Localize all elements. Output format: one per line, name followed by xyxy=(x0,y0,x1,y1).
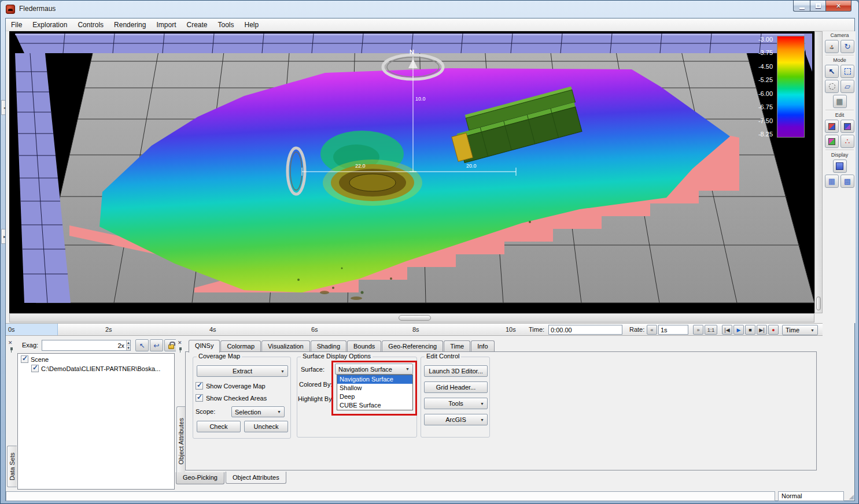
edit-control-group: Edit Control Launch 3D Editor... Grid He… xyxy=(421,357,490,438)
pin-icon[interactable] xyxy=(9,347,14,353)
menu-controls[interactable]: Controls xyxy=(72,19,109,31)
show-checked-areas-row[interactable]: Show Checked Areas xyxy=(196,394,267,402)
tab-geo-referencing[interactable]: Geo-Referencing xyxy=(382,340,443,352)
undo-button[interactable]: ↩ xyxy=(150,339,163,351)
time-input[interactable] xyxy=(548,325,622,335)
maximize-button[interactable] xyxy=(810,1,825,12)
menu-exploration[interactable]: Exploration xyxy=(27,19,72,31)
rewind-button[interactable]: « xyxy=(647,325,657,335)
spin-up-icon[interactable]: ▲ xyxy=(127,340,130,346)
status-mode-select[interactable]: Normal xyxy=(778,491,844,501)
tab-object-attributes[interactable]: Object Attributes xyxy=(226,472,286,484)
mode-section-label: Mode xyxy=(824,57,856,63)
scene-tree[interactable]: Scene C:\DemoData\CLIENT-PARTNER\Boska..… xyxy=(17,353,175,490)
ratio-button[interactable]: 1:1 xyxy=(705,325,717,335)
mode-rect-select-button[interactable] xyxy=(840,65,854,78)
menu-tools[interactable]: Tools xyxy=(213,19,239,31)
menu-create[interactable]: Create xyxy=(181,19,212,31)
show-coverage-map-checkbox[interactable] xyxy=(196,382,203,390)
camera-pan-button[interactable]: ↔↕▪ xyxy=(825,40,839,53)
fast-forward-button[interactable]: » xyxy=(693,325,703,335)
timeline-bar[interactable]: 0s 2s 4s 6s 8s 10s Time: Rate: « » 1:1 |… xyxy=(6,323,823,336)
pin-icon[interactable] xyxy=(178,347,183,353)
scope-select[interactable]: Selection ▼ xyxy=(231,406,285,417)
blue-cube-icon xyxy=(836,162,843,170)
tab-time[interactable]: Time xyxy=(444,340,470,352)
tree-item-scene[interactable]: Scene xyxy=(18,354,174,363)
scene-checkbox[interactable] xyxy=(21,355,28,363)
window-title: Fledermaus xyxy=(19,5,56,13)
dropdown-option-deep[interactable]: Deep xyxy=(337,392,412,401)
dropdown-option-cube-surface[interactable]: CUBE Surface xyxy=(337,401,412,410)
menu-rendering[interactable]: Rendering xyxy=(109,19,151,31)
dropdown-option-shallow[interactable]: Shallow xyxy=(337,384,412,392)
skip-to-start-button[interactable]: |◀ xyxy=(722,325,732,335)
edit-cube-blue-button[interactable] xyxy=(840,120,854,133)
close-button[interactable]: ✕ xyxy=(825,1,851,12)
dataset-checkbox[interactable] xyxy=(31,365,39,372)
play-button[interactable]: ▶ xyxy=(733,325,744,335)
time-mode-select[interactable]: Time ▼ xyxy=(782,325,818,335)
edit-cube-pink-button[interactable] xyxy=(825,135,839,148)
edit-cube-red-button[interactable] xyxy=(825,120,839,133)
menu-import[interactable]: Import xyxy=(151,19,181,31)
qinsy-tab-content: Coverage Map Extract ▼ Show Coverage Map… xyxy=(185,351,817,470)
resize-grip[interactable]: ◢ xyxy=(849,493,854,501)
tab-data-sets[interactable]: Data Sets xyxy=(7,446,17,487)
mode-polygon-button[interactable]: ▱ xyxy=(840,80,854,93)
grid-header-button[interactable]: Grid Header... xyxy=(424,381,488,393)
tab-colormap[interactable]: Colormap xyxy=(220,340,261,352)
arcgis-label: ArcGIS xyxy=(445,416,466,423)
uncheck-button[interactable]: Uncheck xyxy=(244,421,288,432)
highlight-by-label: Highlight By: xyxy=(298,395,334,402)
check-button[interactable]: Check xyxy=(197,421,241,432)
viewport-horizontal-scrollbar[interactable] xyxy=(9,313,814,323)
tab-visualization[interactable]: Visualization xyxy=(261,340,310,352)
show-coverage-map-row[interactable]: Show Coverage Map xyxy=(196,382,266,390)
skip-to-end-button[interactable]: ▶| xyxy=(757,325,767,335)
launch-3d-editor-label: Launch 3D Editor... xyxy=(429,368,483,375)
launch-3d-editor-button[interactable]: Launch 3D Editor... xyxy=(424,365,488,377)
3d-viewport[interactable]: N 10.0 22.0 20.0 -3.00 -3.75 -4.50 -5.25… xyxy=(9,31,814,313)
arcgis-button[interactable]: ArcGIS ▼ xyxy=(424,414,488,425)
viewport-vertical-scrollbar[interactable] xyxy=(814,31,823,313)
menu-help[interactable]: Help xyxy=(239,19,264,31)
exaggeration-spinner[interactable]: ▲ ▼ xyxy=(42,340,131,351)
tab-info[interactable]: Info xyxy=(471,340,494,352)
display-cube-button[interactable] xyxy=(833,160,847,173)
extract-button[interactable]: Extract ▼ xyxy=(197,365,288,377)
edit-points-button[interactable]: ∴ xyxy=(840,135,854,148)
mode-lasso-button[interactable] xyxy=(825,80,839,93)
show-coverage-map-label: Show Coverage Map xyxy=(206,383,266,390)
display-shade-button[interactable]: ▩ xyxy=(840,175,854,188)
spin-down-icon[interactable]: ▼ xyxy=(127,346,130,350)
tab-object-attributes-side[interactable]: Object Attributes xyxy=(176,406,185,476)
tab-bounds[interactable]: Bounds xyxy=(347,340,381,352)
minimize-button[interactable] xyxy=(793,1,810,12)
tab-shading[interactable]: Shading xyxy=(311,340,346,352)
tab-qinsy[interactable]: QINSy xyxy=(189,340,220,353)
close-panel-icon[interactable]: ✕ xyxy=(178,340,182,346)
surface-select[interactable]: Navigation Surface ▼ xyxy=(335,364,413,375)
tools-panel: Camera ↔↕▪ ↻ Mode ↖ ▱ ▦ Edit xyxy=(824,31,856,323)
tree-item-dataset[interactable]: C:\DemoData\CLIENT-PARTNER\Boska... xyxy=(18,363,174,372)
close-panel-icon[interactable]: ✕ xyxy=(8,340,13,346)
exag-input[interactable] xyxy=(42,340,126,350)
time-mode-value: Time xyxy=(786,327,799,333)
show-checked-areas-checkbox[interactable] xyxy=(196,394,203,402)
display-grid-button[interactable]: ▦ xyxy=(825,175,839,188)
stop-button[interactable]: ■ xyxy=(745,325,755,335)
vscroll-handle[interactable] xyxy=(816,297,821,310)
hscroll-handle[interactable] xyxy=(399,315,431,321)
rate-input[interactable] xyxy=(658,325,688,335)
tools-button[interactable]: Tools ▼ xyxy=(424,398,488,409)
mode-plane-button[interactable]: ▦ xyxy=(833,95,847,108)
tab-geo-picking[interactable]: Geo-Picking xyxy=(176,472,224,484)
mode-select-button[interactable]: ↖ xyxy=(825,65,839,78)
titlebar[interactable]: Fledermaus ✕ xyxy=(1,1,858,18)
record-button[interactable]: ● xyxy=(768,325,779,335)
camera-orbit-button[interactable]: ↻ xyxy=(840,40,854,53)
menu-file[interactable]: File xyxy=(6,19,27,31)
pick-tool-button[interactable]: ↖ xyxy=(135,339,149,351)
dropdown-option-navigation-surface[interactable]: Navigation Surface xyxy=(337,375,412,384)
